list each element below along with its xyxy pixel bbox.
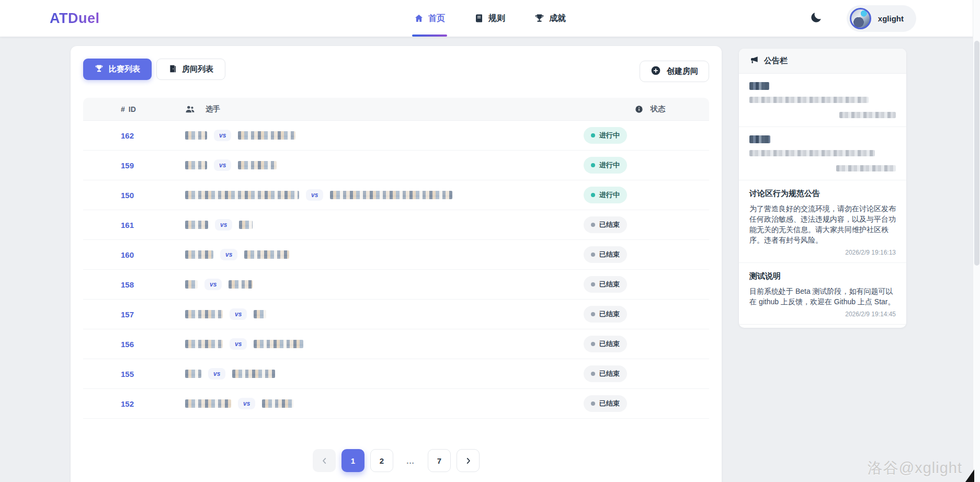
row-players-cell: vs — [185, 189, 578, 201]
match-id-link[interactable]: 162 — [121, 131, 134, 140]
match-id-link[interactable]: 159 — [121, 161, 134, 170]
scrollbar-track[interactable] — [973, 0, 980, 482]
row-players-cell: vs — [185, 398, 578, 409]
announcement-panel: 公告栏 讨论区行为规范公告 为了营造良好的交流环境，请勿在讨论区发布任何政治敏感… — [739, 49, 906, 328]
row-players-cell: vs — [185, 368, 578, 380]
table-row[interactable]: 162 vs 进行中 — [83, 121, 709, 151]
status-badge: 已结束 — [584, 306, 627, 323]
table-row[interactable]: 159 vs 进行中 — [83, 151, 709, 180]
status-dot-icon — [591, 163, 595, 167]
row-id-cell: 157 — [83, 310, 185, 319]
scrollbar-thumb[interactable] — [974, 41, 979, 266]
vs-badge: vs — [230, 308, 247, 320]
match-id-link[interactable]: 155 — [121, 370, 134, 378]
row-status-cell: 进行中 — [578, 127, 709, 144]
pagination-page-1[interactable]: 1 — [341, 449, 364, 472]
list-tabs: 比赛列表 房间列表 — [83, 59, 225, 80]
player-left-blurred — [185, 161, 207, 169]
table-row[interactable]: 152 vs 已结束 — [83, 389, 709, 419]
table-row[interactable]: 161 vs 已结束 — [83, 210, 709, 240]
announcement-item-blurred — [739, 127, 906, 180]
match-id-link[interactable]: 152 — [121, 399, 134, 408]
vs-badge: vs — [208, 368, 225, 380]
vs-badge: vs — [230, 338, 247, 350]
match-id-link[interactable]: 161 — [121, 221, 134, 229]
create-room-button[interactable]: 创建房间 — [640, 61, 709, 82]
status-label: 进行中 — [599, 190, 620, 200]
status-badge: 已结束 — [584, 365, 627, 382]
player-right-blurred — [262, 399, 293, 408]
status-dot-icon — [591, 193, 595, 197]
moon-icon — [810, 11, 823, 26]
player-right-blurred — [238, 131, 295, 140]
player-right-blurred — [254, 310, 266, 318]
table-row[interactable]: 155 vs 已结束 — [83, 359, 709, 389]
column-id: # ID — [83, 105, 185, 113]
column-players: 选手 — [185, 105, 578, 114]
tab-label: 房间列表 — [182, 64, 213, 74]
row-id-cell: 162 — [83, 131, 185, 140]
row-status-cell: 已结束 — [578, 306, 709, 323]
row-id-cell: 156 — [83, 340, 185, 349]
status-badge: 进行中 — [584, 187, 627, 203]
row-status-cell: 进行中 — [578, 157, 709, 174]
nav-item-rules[interactable]: 规则 — [474, 0, 505, 37]
announcement-item-timestamp: 2026/2/9 19:16:13 — [749, 249, 896, 256]
nav-item-label: 成就 — [549, 13, 566, 24]
tab-match-list[interactable]: 比赛列表 — [83, 59, 152, 80]
table-row[interactable]: 156 vs 已结束 — [83, 329, 709, 359]
row-id-cell: 158 — [83, 280, 185, 289]
navbar: ATDuel 首页 规则 成就 — [0, 0, 980, 37]
status-dot-icon — [591, 312, 595, 316]
pagination-prev-button[interactable] — [313, 449, 336, 472]
row-players-cell: vs — [185, 249, 578, 260]
cursor-wedge — [965, 469, 974, 482]
table-row[interactable]: 157 vs 已结束 — [83, 300, 709, 329]
announcement-list: 讨论区行为规范公告 为了营造良好的交流环境，请勿在讨论区发布任何政治敏感、违法违… — [739, 74, 906, 325]
row-id-cell: 161 — [83, 221, 185, 229]
nav-item-achievements[interactable]: 成就 — [534, 0, 566, 37]
player-left-blurred — [185, 310, 223, 318]
match-id-link[interactable]: 156 — [121, 340, 134, 349]
hash-icon: # — [121, 105, 125, 113]
table-row[interactable]: 158 vs 已结束 — [83, 270, 709, 300]
announcement-item-body: 为了营造良好的交流环境，请勿在讨论区发布任何政治敏感、违法违规内容，以及与平台功… — [749, 203, 896, 245]
players-icon — [185, 105, 195, 113]
status-badge: 已结束 — [584, 216, 627, 233]
column-label: ID — [129, 105, 136, 113]
match-id-link[interactable]: 157 — [121, 310, 134, 319]
row-players-cell: vs — [185, 159, 578, 171]
nav-item-home[interactable]: 首页 — [414, 0, 445, 37]
navbar-right: xglight — [810, 5, 916, 32]
status-dot-icon — [591, 401, 595, 406]
pagination-page-2[interactable]: 2 — [370, 449, 393, 472]
pagination-next-button[interactable] — [457, 449, 480, 472]
match-id-link[interactable]: 160 — [121, 250, 134, 259]
app-logo[interactable]: ATDuel — [50, 10, 100, 27]
player-right-blurred — [254, 340, 303, 348]
row-status-cell: 已结束 — [578, 276, 709, 293]
row-players-cell: vs — [185, 338, 578, 350]
row-id-cell: 150 — [83, 191, 185, 200]
tab-room-list[interactable]: 房间列表 — [156, 59, 225, 80]
row-status-cell: 已结束 — [578, 336, 709, 352]
announcement-title-blurred — [749, 82, 769, 90]
pagination-page-7[interactable]: 7 — [428, 449, 451, 472]
username: xglight — [878, 14, 904, 23]
table-body: 162 vs 进行中 159 vs 进行中 — [83, 121, 709, 419]
table-row[interactable]: 160 vs 已结束 — [83, 240, 709, 270]
match-id-link[interactable]: 158 — [121, 280, 134, 289]
table-row[interactable]: 150 vs 进行中 — [83, 180, 709, 210]
status-label: 已结束 — [599, 399, 620, 408]
status-badge: 进行中 — [584, 157, 627, 174]
avatar — [850, 8, 871, 29]
status-dot-icon — [591, 223, 595, 227]
status-dot-icon — [591, 282, 595, 286]
match-id-link[interactable]: 150 — [121, 191, 134, 200]
player-right-blurred — [238, 161, 277, 169]
player-right-blurred — [232, 370, 275, 378]
theme-toggle-button[interactable] — [810, 11, 823, 26]
door-icon — [168, 64, 177, 75]
user-menu[interactable]: xglight — [847, 5, 916, 32]
player-left-blurred — [185, 399, 231, 408]
